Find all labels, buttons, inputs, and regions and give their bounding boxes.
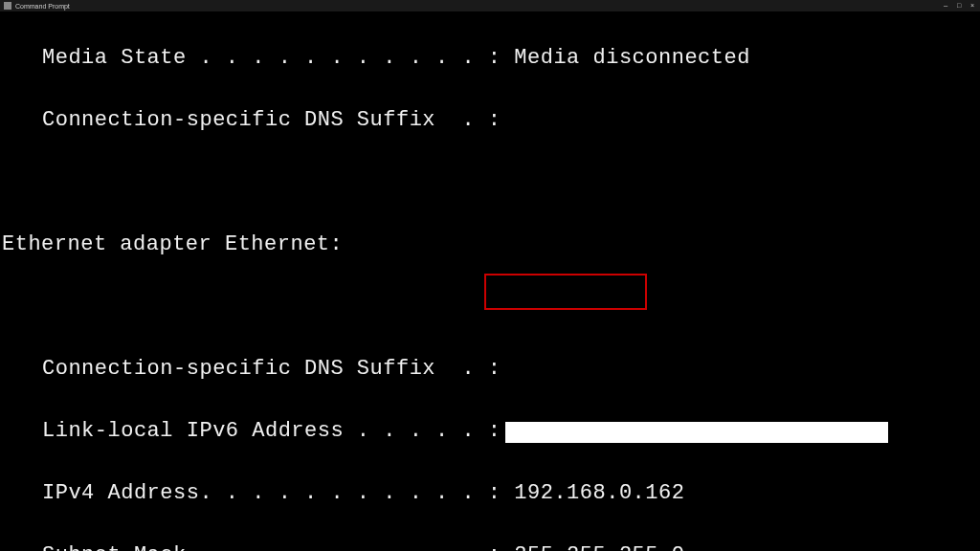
eth-dns-label: Connection-specific DNS Suffix . : — [42, 357, 501, 381]
close-button[interactable]: × — [969, 2, 976, 10]
blank-line — [0, 167, 980, 199]
output-line: Media State . . . . . . . . . . . : Medi… — [0, 43, 980, 75]
media-state-value: Media disconnected — [501, 46, 750, 70]
eth-ipv4-value: 192.168.0.162 — [501, 481, 685, 505]
output-line: Subnet Mask . . . . . . . . . . . : 255.… — [0, 540, 980, 551]
redacted-ipv6-value — [505, 422, 888, 443]
eth-subnet-value: 255.255.255.0 — [501, 543, 685, 551]
output-line: Connection-specific DNS Suffix . : — [0, 105, 980, 137]
eth-ipv6-label: Link-local IPv6 Address . . . . . : — [42, 419, 501, 443]
adapter-section-ethernet: Ethernet adapter Ethernet: — [0, 230, 980, 261]
eth-ipv4-label: IPv4 Address. . . . . . . . . . . : — [42, 481, 501, 505]
minimize-button[interactable]: — — [942, 2, 949, 10]
terminal-output[interactable]: Media State . . . . . . . . . . . : Medi… — [0, 11, 980, 551]
blank-line — [0, 292, 980, 323]
title-bar-controls: — □ × — [942, 2, 976, 10]
output-line: IPv4 Address. . . . . . . . . . . : 192.… — [0, 478, 980, 510]
dns-suffix-label: Connection-specific DNS Suffix . : — [42, 108, 501, 132]
window-title-bar: Command Prompt — □ × — [0, 0, 980, 11]
window-title: Command Prompt — [15, 3, 70, 10]
title-bar-left: Command Prompt — [4, 2, 70, 10]
cmd-icon — [4, 2, 11, 10]
output-line: Link-local IPv6 Address . . . . . : — [0, 416, 980, 448]
eth-subnet-label: Subnet Mask . . . . . . . . . . . : — [42, 543, 501, 551]
media-state-label: Media State . . . . . . . . . . . : — [42, 46, 501, 70]
maximize-button[interactable]: □ — [955, 2, 963, 10]
output-line: Connection-specific DNS Suffix . : — [0, 354, 980, 386]
